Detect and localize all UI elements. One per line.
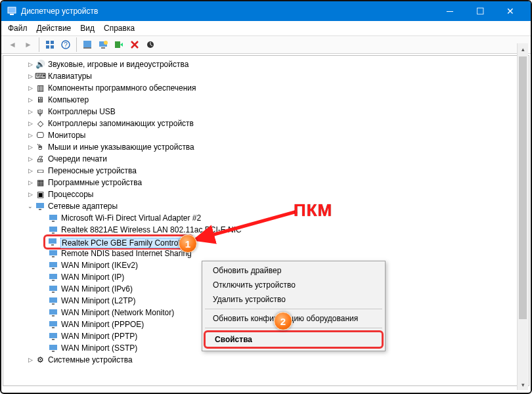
category-firmware[interactable]: Программные устройства: [48, 178, 142, 187]
svg-rect-36: [52, 315, 55, 317]
net-wan-sstp[interactable]: WAN Miniport (SSTP): [61, 343, 137, 353]
portable-icon: ▭: [35, 165, 45, 176]
usb-icon: ψ: [35, 106, 45, 117]
net-wifi-direct[interactable]: Microsoft Wi-Fi Direct Virtual Adapter #…: [61, 213, 201, 223]
svg-rect-23: [49, 238, 56, 244]
svg-rect-41: [49, 345, 57, 350]
annotation-badge-1: 1: [179, 234, 197, 253]
category-system[interactable]: Системные устройства: [48, 355, 133, 364]
svg-rect-11: [101, 47, 105, 49]
expand-icon[interactable]: ▷: [26, 355, 35, 364]
menu-bar: Файл Действие Вид Справка: [1, 21, 531, 35]
net-adapter-icon: [48, 284, 58, 294]
net-wan-pptp[interactable]: WAN Miniport (PPTP): [61, 332, 137, 341]
net-wan-ipv6[interactable]: WAN Miniport (IPv6): [61, 284, 133, 294]
category-storage[interactable]: Контроллеры запоминающих устройств: [48, 119, 194, 128]
expand-icon[interactable]: ▷: [26, 83, 35, 93]
expand-icon[interactable]: ▷: [26, 119, 35, 128]
svg-rect-8: [83, 41, 91, 47]
category-cpu[interactable]: Процессоры: [48, 190, 94, 199]
toolbar-uninstall-icon[interactable]: [127, 37, 142, 52]
ctx-scan-hardware[interactable]: Обновить конфигурацию оборудования: [204, 311, 384, 326]
expand-icon[interactable]: ▷: [26, 95, 35, 104]
ctx-update-driver[interactable]: Обновить драйвер: [204, 263, 384, 278]
toolbar-overview-icon[interactable]: [43, 37, 57, 52]
scrollbar-thumb[interactable]: [519, 56, 527, 319]
sound-icon: 🔊: [35, 59, 45, 70]
net-adapter-icon: [48, 343, 58, 353]
category-monitors[interactable]: Мониторы: [48, 131, 85, 140]
expand-icon[interactable]: ▷: [26, 72, 35, 81]
svg-rect-18: [39, 209, 41, 210]
expand-icon[interactable]: ▷: [26, 190, 35, 199]
svg-rect-28: [52, 268, 55, 269]
svg-point-12: [104, 41, 108, 45]
svg-rect-26: [52, 256, 55, 257]
toolbar-props-icon[interactable]: [80, 37, 95, 52]
net-rndis[interactable]: Remote NDIS based Internet Sharing: [61, 249, 192, 258]
category-computer[interactable]: Компьютер: [48, 95, 89, 104]
keyboard-icon: ⌨: [35, 71, 45, 81]
category-printq[interactable]: Очереди печати: [48, 154, 107, 164]
category-keyboards[interactable]: Клавиатуры: [48, 72, 92, 81]
net-wan-ikev2[interactable]: WAN Miniport (IKEv2): [61, 261, 138, 270]
svg-rect-27: [49, 262, 57, 267]
svg-rect-17: [36, 203, 44, 208]
net-wan-ip[interactable]: WAN Miniport (IP): [61, 273, 124, 282]
net-wan-pppoe[interactable]: WAN Miniport (PPPOE): [61, 320, 144, 329]
expand-icon[interactable]: ▷: [26, 131, 35, 140]
svg-line-43: [195, 211, 297, 240]
collapse-icon[interactable]: ⌄: [26, 202, 35, 211]
category-portable[interactable]: Переносные устройства: [48, 166, 137, 175]
category-software[interactable]: Компоненты программного обеспечения: [48, 83, 196, 93]
ctx-disable-device[interactable]: Отключить устройство: [204, 278, 384, 292]
net-realtek-gbe[interactable]: Realtek PCIe GBE Family Controller: [60, 238, 190, 248]
expand-icon[interactable]: ▷: [26, 60, 35, 69]
expand-icon[interactable]: ▷: [26, 107, 35, 116]
mouse-icon: 🖱: [35, 142, 45, 152]
net-adapter-icon: [48, 248, 58, 259]
expand-icon[interactable]: ▷: [26, 166, 35, 175]
svg-rect-19: [49, 215, 57, 220]
net-adapter-icon: [48, 307, 58, 318]
toolbar-scan-icon[interactable]: [96, 37, 110, 52]
scroll-up-icon[interactable]: ▴: [518, 43, 528, 55]
maximize-button[interactable]: ☐: [465, 1, 495, 21]
close-button[interactable]: ✕: [495, 1, 525, 21]
toolbar-enable-icon[interactable]: [112, 37, 126, 52]
menu-view[interactable]: Вид: [80, 24, 95, 33]
net-adapter-icon: [48, 260, 58, 271]
net-wan-netmon[interactable]: WAN Miniport (Network Monitor): [61, 308, 174, 317]
category-network[interactable]: Сетевые адаптеры: [48, 202, 118, 211]
svg-rect-40: [52, 339, 55, 340]
net-adapter-icon: [48, 296, 58, 306]
category-sound[interactable]: Звуковые, игровые и видеоустройства: [48, 60, 188, 69]
ctx-properties[interactable]: Свойства: [204, 330, 384, 349]
scroll-down-icon[interactable]: ▾: [518, 379, 528, 390]
printer-icon: 🖨: [35, 154, 45, 164]
net-adapter-icon: [48, 319, 58, 330]
menu-file[interactable]: Файл: [8, 24, 28, 33]
expand-icon[interactable]: ▷: [26, 142, 35, 152]
net-adapter-icon: [48, 331, 58, 341]
toolbar-update-icon[interactable]: [143, 37, 158, 52]
ctx-remove-device[interactable]: Удалить устройство: [204, 292, 384, 307]
category-hid[interactable]: Мыши и иные указывающие устройства: [48, 142, 194, 152]
svg-rect-42: [52, 351, 55, 352]
toolbar: ◄ ► ?: [1, 35, 531, 54]
ctx-separator: [205, 328, 382, 328]
vertical-scrollbar[interactable]: ▴ ▾: [517, 43, 528, 390]
minimize-button[interactable]: ─: [435, 1, 465, 21]
svg-rect-1: [10, 14, 14, 15]
expand-icon[interactable]: ▷: [26, 178, 35, 187]
toolbar-help-icon[interactable]: ?: [58, 37, 73, 52]
annotation-arrow-icon: [188, 208, 307, 248]
menu-action[interactable]: Действие: [37, 24, 72, 33]
svg-rect-5: [51, 45, 54, 49]
expand-icon[interactable]: ▷: [26, 154, 35, 164]
software-icon: ▥: [35, 83, 45, 93]
window-controls: ─ ☐ ✕: [435, 1, 525, 21]
category-usb[interactable]: Контроллеры USB: [48, 107, 116, 116]
menu-help[interactable]: Справка: [104, 24, 135, 33]
net-wan-l2tp[interactable]: WAN Miniport (L2TP): [61, 296, 136, 305]
